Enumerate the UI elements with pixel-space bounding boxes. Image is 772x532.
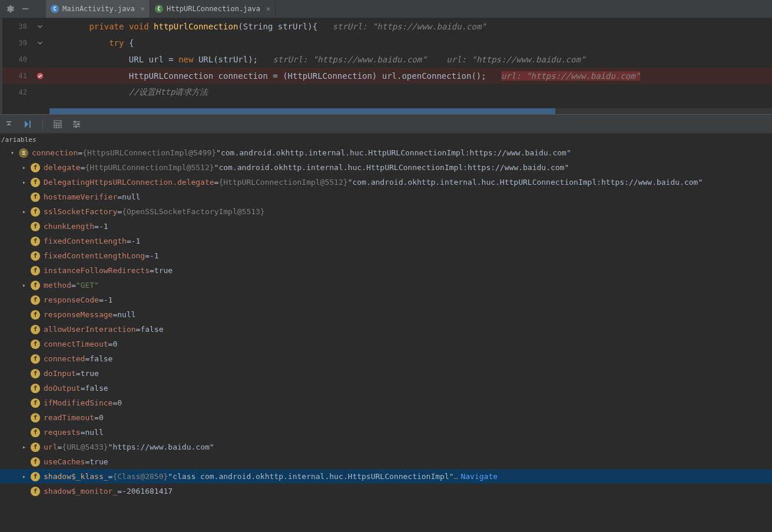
sliders-icon[interactable]: [71, 119, 82, 129]
scrollbar-thumb[interactable]: [49, 108, 555, 114]
close-icon[interactable]: ×: [141, 5, 145, 13]
variable-name: sslSocketFactory: [44, 207, 117, 216]
variable-name: url: [44, 443, 57, 451]
expand-toggle-icon[interactable]: ▸: [20, 473, 28, 481]
expand-toggle-icon[interactable]: ▸: [20, 281, 28, 290]
variable-row[interactable]: ▸ f sslSocketFactory = {OpenSSLSocketFac…: [0, 204, 772, 219]
variable-row[interactable]: ▸ f delegate = {HttpURLConnectionImpl@55…: [0, 160, 772, 175]
variable-row[interactable]: f fixedContentLengthLong = -1: [0, 248, 772, 263]
editor-tab[interactable]: C HttpURLConnection.java ×: [150, 0, 276, 18]
gutter-marker[interactable]: [31, 72, 49, 80]
variables-panel[interactable]: ▾ ≡ connection = {HttpsURLConnectionImpl…: [0, 145, 772, 532]
expand-toggle-icon[interactable]: ▾: [8, 149, 16, 157]
field-icon: f: [31, 384, 40, 393]
variable-row[interactable]: f allowUserInteraction = false: [0, 322, 772, 337]
breakpoint-icon[interactable]: [36, 72, 44, 80]
editor-horizontal-scrollbar[interactable]: [49, 108, 772, 114]
gear-icon[interactable]: [6, 5, 14, 13]
line-number: 40: [2, 55, 31, 64]
collapse-marker-icon[interactable]: [36, 22, 44, 31]
variable-row[interactable]: f doOutput = false: [0, 381, 772, 395]
expand-toggle-icon[interactable]: ▸: [20, 164, 28, 172]
variable-name: connectTimeout: [44, 340, 108, 348]
code-line[interactable]: 42 //设置Http请求方法: [2, 84, 772, 101]
variable-row[interactable]: f instanceFollowRedirects = true: [0, 263, 772, 278]
variable-row[interactable]: f hostnameVerifier = null: [0, 189, 772, 204]
editor-tabs: C MainActivity.java ×C HttpURLConnection…: [46, 0, 276, 18]
field-icon: f: [31, 237, 40, 246]
variable-value: "com.android.okhttp.internal.huc.HttpURL…: [348, 178, 703, 187]
variable-row[interactable]: ▸ f url = {URL@5433} "https://www.baidu.…: [0, 440, 772, 454]
line-number: 42: [2, 88, 31, 97]
variable-row[interactable]: f responseMessage = null: [0, 307, 772, 322]
variable-value: true: [81, 369, 99, 378]
variable-row[interactable]: f useCaches = true: [0, 454, 772, 469]
variable-value: false: [140, 325, 163, 334]
field-icon: f: [31, 222, 40, 231]
calculator-icon[interactable]: [52, 119, 63, 129]
collapse-marker-icon[interactable]: [36, 39, 44, 47]
expand-toggle-icon[interactable]: ▸: [20, 443, 28, 451]
close-icon[interactable]: ×: [266, 5, 270, 13]
step-cursor-icon[interactable]: [22, 119, 33, 129]
variable-row[interactable]: ▸ f shadow$_klass_ = {Class@2850} "class…: [0, 469, 772, 484]
variable-row[interactable]: ▾ ≡ connection = {HttpsURLConnectionImpl…: [0, 145, 772, 160]
variable-value: null: [122, 192, 140, 201]
variable-name: shadow$_klass_: [44, 472, 108, 481]
minimize-icon[interactable]: [21, 5, 29, 13]
equals-sign: =: [150, 266, 154, 275]
variable-name: doOutput: [44, 384, 81, 393]
variable-value: "class com.android.okhttp.internal.huc.H…: [168, 472, 453, 481]
variable-value: "com.android.okhttp.internal.huc.HttpURL…: [214, 163, 569, 172]
step-into-icon[interactable]: [4, 119, 14, 129]
equals-sign: =: [127, 237, 131, 245]
variable-name: connection: [32, 148, 78, 157]
equals-sign: =: [117, 207, 122, 216]
variable-row[interactable]: f readTimeout = 0: [0, 410, 772, 425]
variable-row[interactable]: f ifModifiedSince = 0: [0, 395, 772, 410]
variable-row[interactable]: f connectTimeout = 0: [0, 337, 772, 351]
variable-row[interactable]: f connected = false: [0, 351, 772, 366]
variable-row[interactable]: f fixedContentLength = -1: [0, 234, 772, 248]
gutter-marker[interactable]: [31, 39, 49, 47]
field-icon: f: [31, 295, 40, 305]
svg-point-10: [74, 121, 76, 122]
editor-area: 38 private void httpUrlConnection(String…: [0, 18, 772, 114]
variable-row[interactable]: f responseCode = -1: [0, 292, 772, 307]
equals-sign: =: [108, 472, 113, 481]
navigate-link[interactable]: Navigate: [460, 472, 498, 481]
code-line[interactable]: 39 try {: [2, 35, 772, 51]
variable-row[interactable]: f doInput = true: [0, 366, 772, 381]
editor-tab[interactable]: C MainActivity.java ×: [46, 0, 150, 18]
code-text: try {: [49, 38, 134, 48]
field-icon: f: [31, 310, 40, 320]
equals-sign: =: [81, 384, 85, 393]
variable-name: chunkLength: [44, 222, 94, 231]
variable-name: readTimeout: [44, 413, 94, 422]
variable-name: ifModifiedSince: [44, 398, 112, 407]
field-icon: f: [31, 354, 40, 364]
code-line[interactable]: 41 HttpURLConnection connection = (HttpU…: [2, 68, 772, 84]
variable-name: delegate: [44, 163, 81, 172]
field-icon: f: [31, 281, 40, 290]
variable-name: connected: [44, 354, 85, 363]
variable-row[interactable]: f requests = null: [0, 425, 772, 440]
equals-sign: =: [117, 192, 122, 201]
gutter-marker[interactable]: [31, 22, 49, 31]
variable-value: null: [85, 428, 103, 437]
code-editor[interactable]: 38 private void httpUrlConnection(String…: [2, 18, 772, 114]
field-icon: f: [31, 251, 40, 261]
variable-row[interactable]: ▸ f DelegatingHttpsURLConnection.delegat…: [0, 175, 772, 189]
code-line[interactable]: 40 URL url = new URL(strUrl); strUrl: "h…: [2, 51, 772, 68]
variable-name: useCaches: [44, 457, 85, 466]
code-line[interactable]: 38 private void httpUrlConnection(String…: [2, 18, 772, 35]
field-icon: f: [31, 428, 40, 437]
svg-rect-0: [22, 8, 29, 9]
expand-toggle-icon[interactable]: ▸: [20, 208, 28, 216]
expand-toggle-icon[interactable]: ▸: [20, 178, 28, 187]
variable-value: "GET": [76, 281, 99, 290]
variable-row[interactable]: f chunkLength = -1: [0, 219, 772, 234]
variable-row[interactable]: ▸ f method = "GET": [0, 278, 772, 292]
variable-row[interactable]: f shadow$_monitor_ = -2061681417: [0, 484, 772, 498]
equals-sign: =: [78, 148, 82, 157]
